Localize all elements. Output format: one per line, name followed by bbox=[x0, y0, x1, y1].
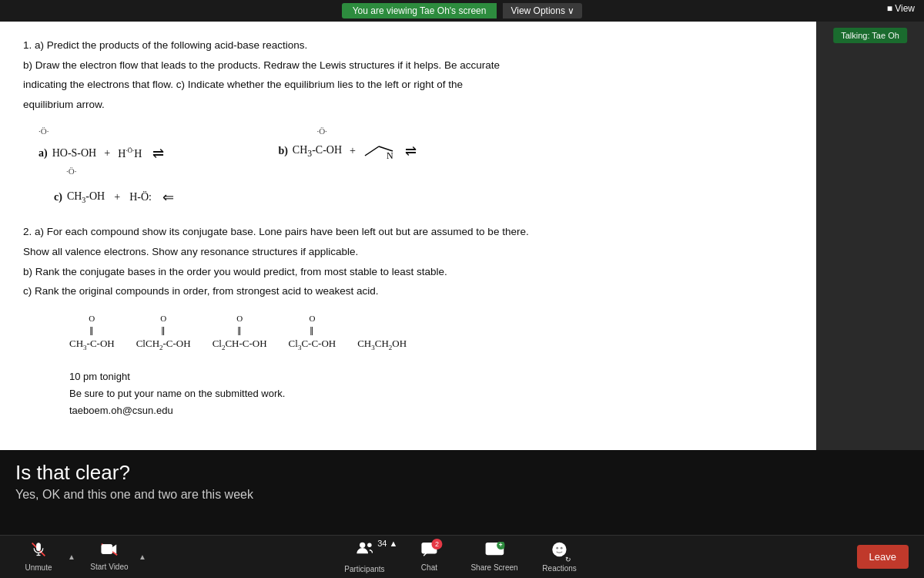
chat-badge: 2 bbox=[431, 539, 442, 549]
mic-icon bbox=[31, 542, 46, 561]
svg-rect-4 bbox=[37, 543, 41, 551]
transcript-sub-text: Yes, OK and this one and two are this we… bbox=[15, 488, 909, 502]
transcript-main-text: Is that clear? bbox=[15, 461, 909, 485]
viewing-banner: You are viewing Tae Oh's screen bbox=[342, 3, 497, 18]
chat-icon: 2 bbox=[420, 542, 437, 561]
q2-heading: 2. a) For each compound show its conjuga… bbox=[23, 223, 793, 240]
svg-point-9 bbox=[360, 543, 365, 548]
nitrogen-structure-svg: N bbox=[363, 140, 394, 162]
q1-b: b) Draw the electron flow that leads to … bbox=[23, 57, 793, 74]
compound-2: O ‖ ClCH2-C-OH bbox=[136, 312, 191, 353]
toolbar-left-group: Unmute ▲ Start Video ▲ bbox=[15, 542, 148, 572]
q2-d: c) Rank the original compounds in order,… bbox=[23, 283, 793, 300]
start-video-caret[interactable]: ▲ bbox=[137, 553, 148, 561]
talking-badge: Talking: Tae Oh bbox=[833, 28, 907, 43]
participants-button[interactable]: 34 ▲ Participants bbox=[341, 540, 387, 573]
info-line-2: Be sure to put your name on the submitte… bbox=[69, 385, 793, 402]
share-screen-label: Share Screen bbox=[470, 563, 517, 572]
info-line-1: 10 pm tonight bbox=[69, 368, 793, 385]
q1-c: indicating the electrons that flow. c) I… bbox=[23, 76, 793, 93]
chat-label: Chat bbox=[421, 563, 437, 572]
main-content-area: 1. a) Predict the products of the follow… bbox=[0, 22, 816, 493]
start-video-label: Start Video bbox=[90, 563, 128, 571]
q2-c: b) Rank the conjugate bases in the order… bbox=[23, 264, 793, 281]
svg-text:N: N bbox=[387, 150, 393, 161]
reactions-refresh-icon: ↻ bbox=[565, 556, 571, 563]
unmute-button[interactable]: Unmute bbox=[15, 542, 62, 572]
info-line-3: taeboem.oh@csun.edu bbox=[69, 402, 793, 419]
toolbar-right-group: Leave bbox=[857, 545, 909, 569]
reactions-icon: ↻ bbox=[551, 541, 568, 562]
view-button-top-right[interactable]: ■ View bbox=[887, 3, 915, 14]
chem-part-c: c) CH3-OH + H-Ö: ⇐ bbox=[54, 187, 793, 209]
svg-point-10 bbox=[367, 543, 372, 548]
participants-count: 34 bbox=[377, 539, 387, 548]
svg-point-15 bbox=[552, 543, 566, 556]
view-options-button[interactable]: View Options ∨ bbox=[503, 3, 582, 18]
leave-button[interactable]: Leave bbox=[857, 545, 909, 569]
right-panel: Talking: Tae Oh bbox=[816, 22, 924, 493]
question-1-block: 1. a) Predict the products of the follow… bbox=[23, 37, 793, 113]
q1-d: equilibrium arrow. bbox=[23, 96, 793, 113]
share-screen-icon: + bbox=[484, 542, 504, 561]
compound-4: O ‖ Cl3C-C-OH bbox=[289, 312, 336, 353]
info-box: 10 pm tonight Be sure to put your name o… bbox=[69, 368, 793, 419]
unmute-label: Unmute bbox=[25, 563, 52, 572]
chem-part-a: ·Ö· a) HO-S-OH + H·Ö·H ⇌ ·Ö· bbox=[38, 125, 170, 178]
svg-point-17 bbox=[561, 547, 563, 549]
compound-5: CH3CH2OH bbox=[357, 336, 407, 353]
unmute-caret[interactable]: ▲ bbox=[66, 553, 77, 561]
svg-text:+: + bbox=[498, 542, 502, 549]
q1-heading: 1. a) Predict the products of the follow… bbox=[23, 37, 793, 54]
compound-1: O ‖ CH3-C-OH bbox=[69, 312, 115, 353]
q2-b: Show all valence electrons. Show any res… bbox=[23, 244, 793, 260]
svg-line-0 bbox=[365, 146, 379, 156]
start-video-button[interactable]: Start Video bbox=[86, 543, 132, 571]
caret-participants: ▲ bbox=[390, 539, 398, 548]
video-icon bbox=[101, 543, 118, 560]
svg-rect-8 bbox=[102, 545, 112, 554]
transcript-area: Is that clear? Yes, OK and this one and … bbox=[0, 450, 924, 535]
top-bar: You are viewing Tae Oh's screen View Opt… bbox=[0, 0, 924, 22]
toolbar-center-group: 34 ▲ Participants 2 Chat + bbox=[341, 540, 582, 573]
svg-point-16 bbox=[556, 547, 558, 549]
compound-3: O ‖ Cl2CH-C-OH bbox=[213, 312, 267, 353]
chem-row-ab: ·Ö· a) HO-S-OH + H·Ö·H ⇌ ·Ö· ·Ö· b) bbox=[38, 125, 793, 178]
chem-part-b: ·Ö· b) CH3-C-OH + N ⇌ bbox=[278, 125, 423, 178]
reactions-button[interactable]: ↻ Reactions bbox=[537, 541, 583, 573]
share-screen-button[interactable]: + Share Screen bbox=[470, 542, 517, 572]
participants-icon: 34 ▲ bbox=[356, 540, 373, 560]
bottom-toolbar: Unmute ▲ Start Video ▲ bbox=[0, 535, 924, 578]
chat-button[interactable]: 2 Chat bbox=[406, 542, 452, 572]
reactions-label: Reactions bbox=[542, 564, 576, 573]
compounds-row: O ‖ CH3-C-OH O ‖ ClCH2-C-OH O ‖ Cl2CH-C-… bbox=[69, 312, 793, 353]
participants-label: Participants bbox=[344, 565, 384, 573]
question-2-block: 2. a) For each compound show its conjuga… bbox=[23, 223, 793, 299]
